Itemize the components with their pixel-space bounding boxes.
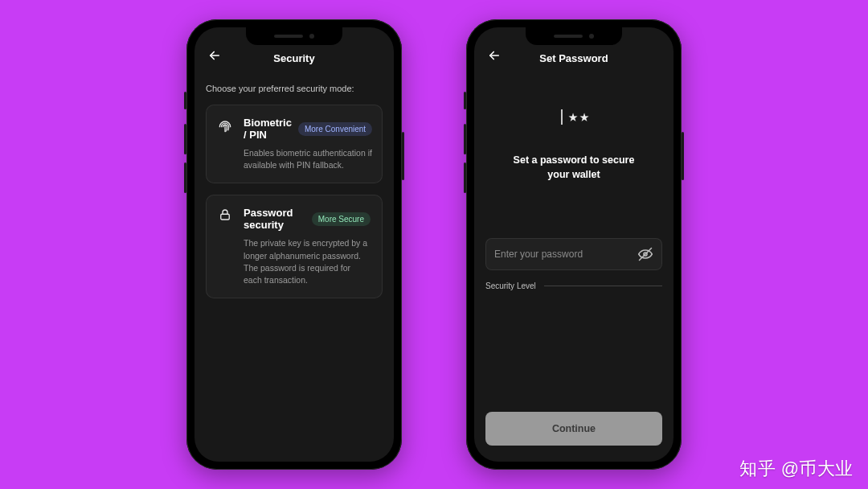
continue-button[interactable]: Continue bbox=[485, 412, 662, 446]
badge-secure: More Secure bbox=[312, 212, 371, 226]
badge-convenient: More Convenient bbox=[298, 122, 372, 136]
password-mask: |★★ bbox=[485, 106, 662, 126]
page-title: Set Password bbox=[474, 52, 674, 64]
section-subhead: Choose your preferred security mode: bbox=[206, 84, 383, 93]
fingerprint-icon bbox=[216, 117, 234, 171]
security-option-password[interactable]: Password security More Secure The privat… bbox=[206, 195, 383, 298]
password-input[interactable] bbox=[494, 249, 631, 260]
phone-frame-set-password: Set Password |★★ Set a password to secur… bbox=[466, 19, 682, 470]
content: |★★ Set a password to secure your wallet… bbox=[474, 71, 674, 462]
security-level-label: Security Level bbox=[485, 281, 536, 290]
page-title: Security bbox=[194, 52, 394, 64]
watermark: 知乎 @币大业 bbox=[739, 457, 854, 481]
password-input-wrap[interactable] bbox=[485, 238, 662, 270]
back-button[interactable] bbox=[206, 47, 223, 64]
back-button[interactable] bbox=[485, 47, 503, 64]
option-title: Biometric / PIN bbox=[244, 117, 292, 141]
option-description: Enables biometric authentication if avai… bbox=[244, 147, 372, 171]
notch bbox=[246, 27, 342, 45]
security-option-biometric[interactable]: Biometric / PIN More Convenient Enables … bbox=[206, 105, 383, 183]
security-level-row: Security Level bbox=[485, 281, 662, 290]
option-description: The private key is encrypted by a longer… bbox=[244, 237, 371, 286]
phone-frame-security: Security Choose your preferred security … bbox=[186, 19, 402, 470]
screen-security: Security Choose your preferred security … bbox=[194, 27, 394, 462]
password-prompt: Set a password to secure your wallet bbox=[506, 154, 642, 182]
option-title: Password security bbox=[244, 207, 305, 231]
content: Choose your preferred security mode: Bio… bbox=[194, 71, 394, 462]
svg-rect-0 bbox=[221, 215, 230, 220]
stage: Security Choose your preferred security … bbox=[0, 0, 868, 489]
lock-icon bbox=[216, 207, 234, 286]
screen-set-password: Set Password |★★ Set a password to secur… bbox=[474, 27, 674, 462]
notch bbox=[526, 27, 622, 45]
toggle-visibility-icon[interactable] bbox=[637, 246, 653, 262]
security-level-bar bbox=[544, 286, 662, 286]
